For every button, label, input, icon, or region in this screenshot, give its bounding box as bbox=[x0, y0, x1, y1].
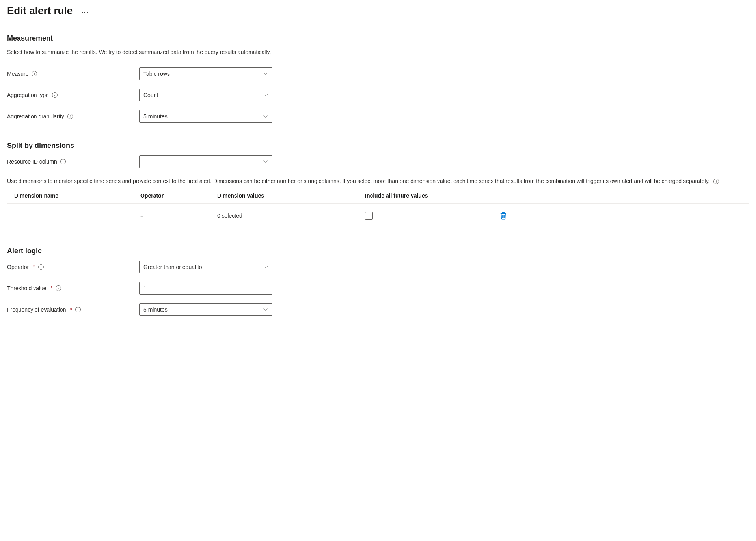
operator-label: Operator bbox=[7, 264, 29, 270]
dimension-operator-cell[interactable]: = bbox=[140, 213, 217, 219]
dimensions-table-row: = 0 selected bbox=[7, 204, 749, 228]
info-icon[interactable]: i bbox=[32, 71, 37, 76]
alert-logic-section: Alert logic Operator * i Greater than or… bbox=[7, 247, 749, 316]
frequency-value: 5 minutes bbox=[143, 306, 168, 313]
measurement-heading: Measurement bbox=[7, 34, 749, 43]
trash-icon bbox=[500, 212, 507, 220]
col-include-all: Include all future values bbox=[365, 192, 483, 199]
dimensions-heading: Split by dimensions bbox=[7, 142, 749, 150]
aggregation-granularity-select[interactable]: 5 minutes bbox=[139, 110, 272, 123]
operator-select[interactable]: Greater than or equal to bbox=[139, 261, 272, 273]
resource-id-select[interactable] bbox=[139, 155, 272, 168]
info-icon[interactable]: i bbox=[60, 159, 66, 164]
more-actions-button[interactable]: ⋯ bbox=[80, 6, 90, 18]
chevron-down-icon bbox=[263, 71, 268, 76]
aggregation-type-select[interactable]: Count bbox=[139, 89, 272, 101]
col-dimension-name: Dimension name bbox=[14, 192, 140, 199]
info-icon[interactable]: i bbox=[52, 92, 58, 98]
alert-logic-heading: Alert logic bbox=[7, 247, 749, 255]
chevron-down-icon bbox=[263, 93, 268, 97]
aggregation-type-label: Aggregation type bbox=[7, 92, 49, 98]
chevron-down-icon bbox=[263, 159, 268, 164]
page-title: Edit alert rule bbox=[7, 5, 73, 17]
dimensions-section: Split by dimensions Resource ID column i… bbox=[7, 142, 749, 228]
info-icon[interactable]: i bbox=[56, 285, 61, 291]
measure-label: Measure bbox=[7, 71, 28, 77]
measure-value: Table rows bbox=[143, 71, 170, 77]
dimensions-table-header: Dimension name Operator Dimension values… bbox=[7, 189, 749, 204]
info-icon[interactable]: i bbox=[75, 307, 81, 312]
info-icon[interactable]: i bbox=[67, 114, 73, 119]
aggregation-type-value: Count bbox=[143, 92, 158, 98]
include-all-checkbox[interactable] bbox=[365, 212, 373, 220]
resource-id-label: Resource ID column bbox=[7, 159, 57, 165]
info-icon[interactable]: i bbox=[38, 264, 44, 270]
dimensions-description: Use dimensions to monitor specific time … bbox=[7, 177, 749, 185]
chevron-down-icon bbox=[263, 114, 268, 119]
measurement-section: Measurement Select how to summarize the … bbox=[7, 34, 749, 123]
required-indicator: * bbox=[50, 285, 52, 291]
chevron-down-icon bbox=[263, 307, 268, 312]
threshold-label: Threshold value bbox=[7, 285, 47, 291]
frequency-select[interactable]: 5 minutes bbox=[139, 303, 272, 316]
frequency-label: Frequency of evaluation bbox=[7, 306, 66, 313]
measure-select[interactable]: Table rows bbox=[139, 67, 272, 80]
aggregation-granularity-value: 5 minutes bbox=[143, 113, 168, 119]
dimensions-description-text: Use dimensions to monitor specific time … bbox=[7, 178, 709, 184]
measurement-description: Select how to summarize the results. We … bbox=[7, 48, 749, 56]
threshold-value: 1 bbox=[143, 285, 147, 291]
aggregation-granularity-label: Aggregation granularity bbox=[7, 113, 64, 119]
operator-value: Greater than or equal to bbox=[143, 264, 202, 270]
delete-dimension-button[interactable] bbox=[483, 212, 507, 220]
threshold-input[interactable]: 1 bbox=[139, 282, 272, 295]
chevron-down-icon bbox=[263, 265, 268, 269]
col-dimension-values: Dimension values bbox=[217, 192, 365, 199]
col-operator: Operator bbox=[140, 192, 217, 199]
required-indicator: * bbox=[70, 306, 72, 313]
dimensions-table: Dimension name Operator Dimension values… bbox=[7, 189, 749, 228]
required-indicator: * bbox=[33, 264, 35, 270]
info-icon[interactable]: i bbox=[713, 179, 719, 184]
dimension-values-cell[interactable]: 0 selected bbox=[217, 213, 365, 219]
